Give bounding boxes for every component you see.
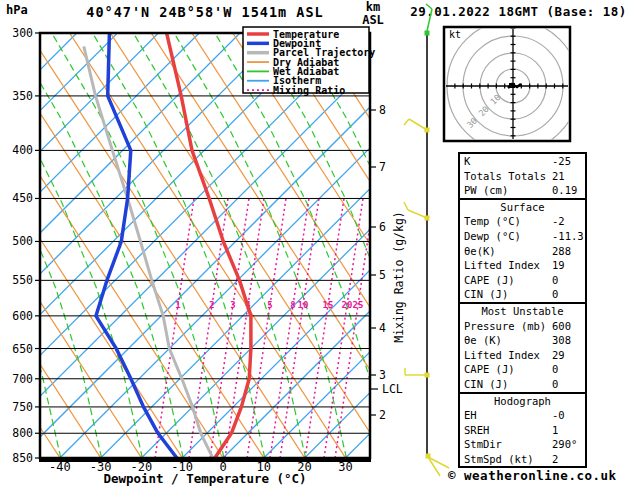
svg-text:5: 5 — [267, 300, 272, 310]
temperature-curve — [167, 33, 251, 458]
svg-text:30: 30 — [338, 460, 352, 474]
table-row-label: PW (cm) — [464, 184, 508, 196]
svg-text:450: 450 — [12, 191, 33, 205]
table-row-label: θe(K) — [464, 245, 496, 257]
svg-text:300: 300 — [12, 26, 33, 40]
table-row: CAPE (J)0 — [460, 362, 585, 377]
table-row-value: 0 — [552, 273, 558, 288]
table-row: θe(K)288 — [460, 244, 585, 259]
table-row: Temp (°C)-2 — [460, 214, 585, 229]
svg-text:3: 3 — [230, 300, 235, 310]
table-row-value: 2 — [552, 452, 558, 467]
svg-text:20: 20 — [342, 300, 353, 310]
svg-text:15: 15 — [323, 300, 334, 310]
table-row-label: Temp (°C) — [464, 215, 521, 227]
legend-label: Mixing Ratio — [273, 85, 345, 96]
table-row-value: -25 — [552, 154, 571, 169]
table-section: K-25Totals Totals21PW (cm)0.19 — [460, 154, 585, 200]
table-row-value: 0 — [552, 287, 558, 302]
svg-text:800: 800 — [12, 426, 33, 440]
table-section: HodographEH-0SREH1StmDir290°StmSpd (kt)2 — [460, 394, 585, 467]
svg-text:2: 2 — [209, 300, 214, 310]
table-section: SurfaceTemp (°C)-2Dewp (°C)-11.3θe(K)288… — [460, 200, 585, 304]
table-row: Lifted Index19 — [460, 258, 585, 273]
svg-text:500: 500 — [12, 234, 33, 248]
table-row: StmDir290° — [460, 437, 585, 452]
legend: TemperatureDewpointParcel TrajectoryDry … — [243, 27, 375, 96]
svg-text:7: 7 — [379, 160, 386, 174]
table-row-value: 29 — [552, 348, 565, 363]
table-row-label: StmSpd (kt) — [464, 453, 534, 465]
table-row-value: 288 — [552, 244, 571, 259]
table-row-label: K — [464, 155, 470, 167]
svg-text:1: 1 — [175, 300, 180, 310]
svg-text:6: 6 — [379, 220, 386, 234]
table-row-label: SREH — [464, 424, 489, 436]
table-row-label: CIN (J) — [464, 378, 508, 390]
mixing-ratio-axis-label: Mixing Ratio (g/kg) — [392, 211, 406, 343]
indices-table: K-25Totals Totals21PW (cm)0.19SurfaceTem… — [458, 152, 587, 468]
table-row: θe (K)308 — [460, 333, 585, 348]
svg-text:10: 10 — [298, 300, 309, 310]
svg-text:3: 3 — [379, 368, 386, 382]
table-row: EH-0 — [460, 408, 585, 423]
table-row: Lifted Index29 — [460, 348, 585, 363]
table-row-value: 308 — [552, 333, 571, 348]
table-row-label: Dewp (°C) — [464, 230, 521, 242]
svg-text:850: 850 — [12, 451, 33, 465]
svg-text:650: 650 — [12, 342, 33, 356]
lcl-label: LCL — [382, 382, 403, 396]
svg-text:550: 550 — [12, 273, 33, 287]
table-row-label: Pressure (mb) — [464, 320, 546, 332]
table-section-title: Most Unstable — [460, 304, 585, 319]
table-row-label: Lifted Index — [464, 349, 540, 361]
table-row: StmSpd (kt)2 — [460, 452, 585, 467]
table-row-value: 1 — [552, 423, 558, 438]
svg-text:8: 8 — [379, 103, 386, 117]
table-row: CIN (J)0 — [460, 377, 585, 392]
table-row-value: 290° — [552, 437, 577, 452]
table-row-label: θe (K) — [464, 334, 502, 346]
table-row-value: 0.19 — [552, 183, 577, 198]
table-row: CIN (J)0 — [460, 287, 585, 302]
wind-barb-staff — [404, 4, 449, 476]
table-row: Dewp (°C)-11.3 — [460, 229, 585, 244]
svg-text:4: 4 — [379, 321, 386, 335]
svg-text:700: 700 — [12, 372, 33, 386]
table-section: Most UnstablePressure (mb)600θe (K)308Li… — [460, 304, 585, 394]
hodograph-unit-label: kt — [449, 29, 461, 40]
km-tick-labels: 8765432 — [370, 103, 386, 422]
svg-text:2: 2 — [379, 408, 386, 422]
table-row: Pressure (mb)600 — [460, 319, 585, 334]
table-row: Totals Totals21 — [460, 169, 585, 184]
table-row-label: CAPE (J) — [464, 274, 515, 286]
table-row: PW (cm)0.19 — [460, 183, 585, 198]
x-axis-label: Dewpoint / Temperature (°C) — [103, 471, 306, 486]
table-row-label: Totals Totals — [464, 170, 546, 182]
table-row: SREH1 — [460, 423, 585, 438]
wind-barb — [425, 31, 430, 36]
table-row: K-25 — [460, 154, 585, 169]
table-row-value: 19 — [552, 258, 565, 273]
table-row-label: StmDir — [464, 438, 502, 450]
table-row-label: EH — [464, 409, 477, 421]
table-section-title: Surface — [460, 200, 585, 215]
svg-text:8: 8 — [290, 300, 295, 310]
table-row-label: Lifted Index — [464, 259, 540, 271]
table-row-value: -0 — [552, 408, 565, 423]
svg-text:25: 25 — [353, 300, 364, 310]
table-row: CAPE (J)0 — [460, 273, 585, 288]
table-section-title: Hodograph — [460, 394, 585, 409]
svg-text:-40: -40 — [49, 460, 71, 474]
svg-text:750: 750 — [12, 400, 33, 414]
table-row-label: CAPE (J) — [464, 363, 515, 375]
pressure-tick-labels: 300350400450500550600650700750800850 — [12, 26, 40, 465]
skewt-sounding-app: { "header": { "pressure_unit": "hPa", "t… — [0, 0, 629, 486]
table-row-label: CIN (J) — [464, 288, 508, 300]
hodograph: 102030kt — [444, 20, 579, 152]
table-row-value: 0 — [552, 377, 558, 392]
table-row-value: 21 — [552, 169, 565, 184]
table-row-value: 0 — [552, 362, 558, 377]
svg-text:5: 5 — [379, 268, 386, 282]
copyright: © weatheronline.co.uk — [448, 468, 626, 483]
